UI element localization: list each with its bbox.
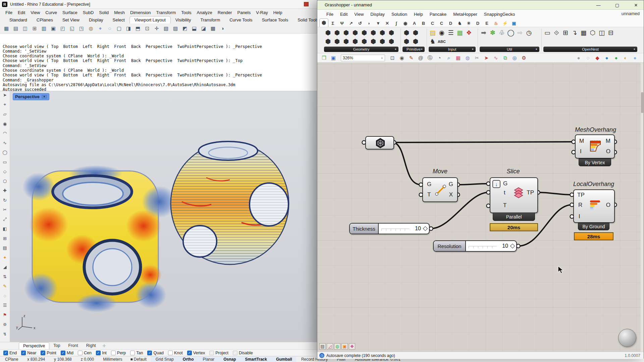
grasshopper-canvas[interactable]: Move G T G X Slice ↓ G t T TP <box>317 63 644 352</box>
grasshopper-menu-item[interactable]: View <box>351 11 367 17</box>
viewport-tab[interactable]: Right <box>82 342 100 349</box>
osnap-item[interactable]: ✓ Near <box>21 351 36 355</box>
shade-right-icon[interactable]: ◨ <box>124 24 133 33</box>
grasshopper-menu-item[interactable]: File <box>323 11 336 17</box>
snip-icon[interactable]: ✂ <box>473 54 481 62</box>
palette-group-label[interactable]: Primitive✦ <box>402 47 425 52</box>
solid-icon[interactable]: ◢ <box>2 264 8 269</box>
expand-icon[interactable]: ✦ <box>633 48 636 51</box>
tab-plugin-box[interactable]: ▣ <box>509 20 519 27</box>
viewport-tab[interactable]: Top <box>49 342 64 349</box>
zoom-extents-icon[interactable]: ⊡ <box>388 54 396 62</box>
tab-plugin-d2[interactable]: D <box>473 20 482 27</box>
knob-component-icon[interactable]: ♞ <box>429 37 437 46</box>
cluster-icon[interactable]: ⧉ <box>501 54 509 62</box>
rhino-menu-item[interactable]: V-Ray <box>253 9 270 16</box>
component-icon[interactable]: ⬢ <box>402 28 411 37</box>
shade-bottom-icon[interactable]: ⬓ <box>190 24 199 33</box>
viewport-split-icon[interactable]: ◫ <box>21 24 30 33</box>
doc-preview-green-icon[interactable]: ● <box>612 54 620 62</box>
osnap-checkbox[interactable]: ✓ <box>21 351 26 355</box>
tab-intersect[interactable]: ✕ <box>383 20 392 27</box>
osnap-checkbox[interactable]: ✓ <box>130 351 135 355</box>
nest-hex-icon[interactable]: ⬡ <box>589 28 597 37</box>
tab-surface[interactable]: ◗ <box>365 20 374 27</box>
meshoverhang-output-o[interactable]: O <box>606 148 610 155</box>
cross-icon[interactable]: ✛ <box>152 24 161 33</box>
package-icon[interactable]: ▦ <box>454 54 462 62</box>
close-button[interactable]: ✕ <box>631 3 641 8</box>
osnap-item[interactable]: ✓ Int <box>96 351 107 355</box>
viewport-grid-icon[interactable]: ▤ <box>11 24 20 33</box>
tab-plugin-bird[interactable]: ♞ <box>455 20 464 27</box>
mesh-widget-icon[interactable]: ❖ <box>349 343 355 350</box>
rhino-toolbar-tab[interactable]: Select <box>108 16 129 23</box>
internalise-icon[interactable]: @ <box>417 54 425 62</box>
gears-icon[interactable]: ⚙ <box>520 54 528 62</box>
grid-dense-icon[interactable]: ▩ <box>209 24 217 33</box>
zoom-dropdown[interactable]: 326% ∨ <box>341 55 385 61</box>
grasshopper-menu-item[interactable]: Pancake <box>427 11 450 17</box>
tab-plugin-flame[interactable]: ♨ <box>491 20 500 27</box>
meshoverhang-input-i[interactable]: I <box>580 148 582 155</box>
zoom-lens-icon[interactable]: ◍ <box>87 24 95 33</box>
target-icon[interactable]: ⌖ <box>2 102 8 107</box>
status-cell[interactable]: Ortho <box>178 356 198 362</box>
history-icon[interactable]: ◔ <box>435 54 443 62</box>
slice-input-T[interactable]: T <box>503 202 506 209</box>
rhino-toolbar-tab[interactable]: Transform <box>196 16 225 23</box>
ghost-icon[interactable]: ◌ <box>2 293 8 298</box>
localoverhang-input-tp[interactable]: TP <box>577 192 585 198</box>
layers-icon[interactable]: ☰ <box>2 303 8 308</box>
resolution-slider[interactable]: Resolution 10 <box>433 240 517 252</box>
plane-icon[interactable]: ▱ <box>2 112 8 117</box>
thickness-slider-track[interactable]: 10 <box>379 224 429 234</box>
osnap-item[interactable]: ✓ Vertex <box>187 351 205 355</box>
expand-icon[interactable]: ✦ <box>394 48 397 51</box>
doc-preview-blue-icon[interactable]: ● <box>603 54 611 62</box>
plant-icon[interactable]: ✽ <box>489 28 497 37</box>
meshoverhang-output-m[interactable]: M <box>606 138 610 144</box>
osnap-item[interactable]: ✓ Mid <box>61 351 73 355</box>
viewport-single-icon[interactable]: ▣ <box>49 24 58 33</box>
corner-icon[interactable]: ◩ <box>180 24 189 33</box>
nest-shape-icon[interactable]: ⟐ <box>552 28 560 37</box>
viewport-tab[interactable]: Front <box>64 342 82 349</box>
status-cell[interactable]: Grid Snap <box>151 356 178 362</box>
tab-transform[interactable]: ∫ <box>392 20 401 27</box>
text-component-icon[interactable]: ABC <box>438 37 446 46</box>
bolt-icon[interactable]: ↯ <box>2 331 8 337</box>
add-icon[interactable]: ✚ <box>2 188 8 193</box>
tab-plugin-bolt[interactable]: ⚡ <box>500 20 509 27</box>
spiral-icon[interactable]: ◎ <box>511 54 519 62</box>
osnap-checkbox[interactable]: ✓ <box>3 351 8 355</box>
nest-grid-icon[interactable]: ⊞ <box>561 28 570 37</box>
component-icon[interactable]: ⬢ <box>369 37 377 46</box>
osnap-item[interactable]: ✓ Tan <box>130 351 143 355</box>
tab-plugin-a[interactable]: A <box>410 20 419 27</box>
component-icon[interactable]: ⬢ <box>378 28 386 37</box>
palette-icons[interactable]: ➡ ✽ ♧ ◯ ⇨ ◷ <box>480 28 539 46</box>
relay-icon[interactable]: ➡ <box>480 28 488 37</box>
rhino-menu-item[interactable]: Solid <box>96 9 111 16</box>
rhino-toolbar-tab[interactable]: CPlanes <box>32 16 58 23</box>
component-icon[interactable]: ⬢ <box>333 28 341 37</box>
localoverhang-component[interactable]: TP R I O <box>573 189 615 223</box>
slider-grip-icon[interactable] <box>510 244 515 248</box>
canvas-scrollbar[interactable] <box>641 63 644 352</box>
tab-plugin-b[interactable]: B <box>419 20 428 27</box>
rhino-toolbar-tab[interactable]: Curve Tools <box>225 16 257 23</box>
shaded-preview-icon[interactable]: ● <box>575 54 583 62</box>
shade-top-icon[interactable]: ⬒ <box>133 24 142 33</box>
rhino-menu-item[interactable]: Curve <box>43 9 60 16</box>
osnap-item[interactable]: ✓ Disable <box>233 351 253 355</box>
tab-plugin-star[interactable]: ✳ <box>464 20 473 27</box>
osnap-checkbox[interactable]: ✓ <box>187 351 192 355</box>
rhino-menu-item[interactable]: Tools <box>178 9 194 16</box>
pointer-icon[interactable]: ➤ <box>2 93 8 98</box>
move-input-t[interactable]: T <box>427 191 431 198</box>
find-icon[interactable]: ⌕ <box>445 54 453 62</box>
preview-eye-icon[interactable]: ◉ <box>398 54 406 62</box>
rec-widget-icon[interactable]: ▣ <box>341 343 348 350</box>
rotate-icon[interactable]: ↻ <box>2 198 8 203</box>
